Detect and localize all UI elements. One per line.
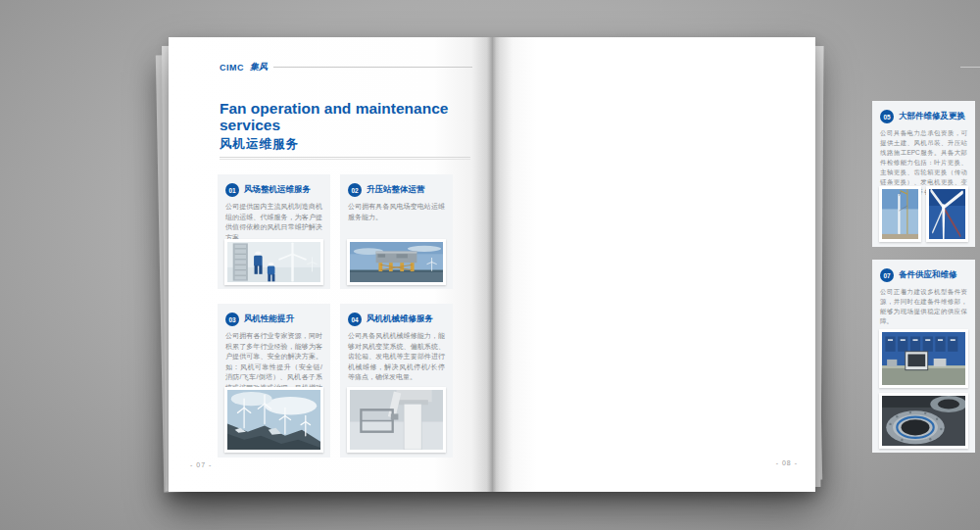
photo-offshore-substation-platform	[347, 239, 446, 285]
page-title-english: Fan operation and maintenance services	[220, 100, 476, 134]
photo-pair	[879, 186, 968, 242]
number-badge: 03	[225, 313, 239, 326]
card-title: 备件供应和维修	[899, 269, 957, 281]
photo-metal-flange-rings	[879, 393, 968, 449]
card-title: 大部件维修及更换	[899, 111, 965, 122]
photo-turbine-hub-and-blades	[926, 186, 968, 242]
card-header: 01 风场整机运维服务	[218, 174, 330, 202]
number-badge: 05	[880, 110, 894, 123]
photo-mountain-wind-farm	[224, 387, 323, 453]
open-book: CIMC 集风 Fan operation and maintenance se…	[169, 37, 815, 492]
cimc-logo: CIMC	[220, 63, 244, 72]
number-badge: 01	[225, 183, 239, 197]
page-number-left: - 07 -	[190, 461, 212, 468]
card-header: 05 大部件维修及更换	[872, 101, 975, 128]
card-header: 07 备件供应和维修	[872, 260, 975, 287]
page-title-chinese: 风机运维服务	[220, 136, 299, 153]
header-divider-line	[273, 67, 472, 68]
header-row: CIMC 集风	[220, 61, 472, 73]
title-underline-rule	[220, 157, 470, 160]
service-card-03: 03 风机性能提升 公司拥有各行业专家资源，同时积累了多年行业经验，能够为客户提…	[218, 304, 330, 458]
card-title: 风场整机运维服务	[244, 184, 311, 196]
cimc-logo-chinese: 集风	[250, 61, 268, 73]
card-body-text: 公司具备风机机械维修能力，能够对风机变桨系统、偏航系统、齿轮箱、发电机等主要部件…	[340, 331, 453, 383]
service-card-05: 05 大部件维修及更换 公司具备电力总承包资质，可提供土建、风机吊装、升压站线路…	[872, 101, 975, 247]
card-body-text: 公司提供国内主流风机制造商机组的运维、代维服务，为客户提供值得依赖的风机日常维护…	[218, 202, 330, 243]
service-card-07: 07 备件供应和维修 公司正着力建设多机型备件资源，并同时在建备件维修部，能够为…	[872, 260, 975, 453]
service-card-01: 01 风场整机运维服务 公司提供国内主流风机制造商机组的运维、代维服务，为客户提…	[218, 174, 330, 289]
header-row: 集风新能源科技(广东)有限公司	[960, 62, 980, 72]
number-badge: 02	[348, 183, 362, 197]
card-body-text: 公司拥有具备风电场变电站运维服务能力。	[340, 202, 453, 222]
card-header: 04 风机机械维修服务	[340, 304, 453, 331]
service-card-04: 04 风机机械维修服务 公司具备风机机械维修能力，能够对风机变桨系统、偏航系统、…	[340, 304, 453, 458]
page-number-right: - 08 -	[776, 459, 798, 466]
card-title: 风机机械维修服务	[367, 313, 433, 325]
photo-stack	[879, 329, 968, 449]
header-divider-line	[960, 67, 980, 68]
card-title: 升压站整体运营	[367, 184, 425, 196]
photo-turbine-tower-with-crane	[879, 186, 921, 242]
number-badge: 04	[348, 313, 362, 326]
page-right: 集风新能源科技(广东)有限公司 05 大部件维修及更换 公司具备电力总承包资质，…	[492, 37, 815, 492]
card-header: 02 升压站整体运营	[340, 174, 453, 202]
service-card-02: 02 升压站整体运营 公司拥有具备风电场变电站运维服务能力。	[340, 174, 453, 289]
page-left: CIMC 集风 Fan operation and maintenance se…	[169, 37, 492, 492]
card-header: 03 风机性能提升	[218, 304, 330, 331]
brochure-spread: CIMC 集风 Fan operation and maintenance se…	[169, 37, 815, 492]
card-body-text: 公司正着力建设多机型备件资源，并同时在建备件维修部，能够为现场提供稳定的供应保障…	[872, 287, 975, 326]
number-badge: 07	[880, 268, 894, 282]
photo-workers-climbing-wind-turbine	[224, 239, 323, 285]
photo-nacelle-maintenance-closeup	[347, 387, 446, 453]
photo-spare-parts-test-bench	[879, 329, 968, 388]
card-title: 风机性能提升	[244, 313, 294, 325]
